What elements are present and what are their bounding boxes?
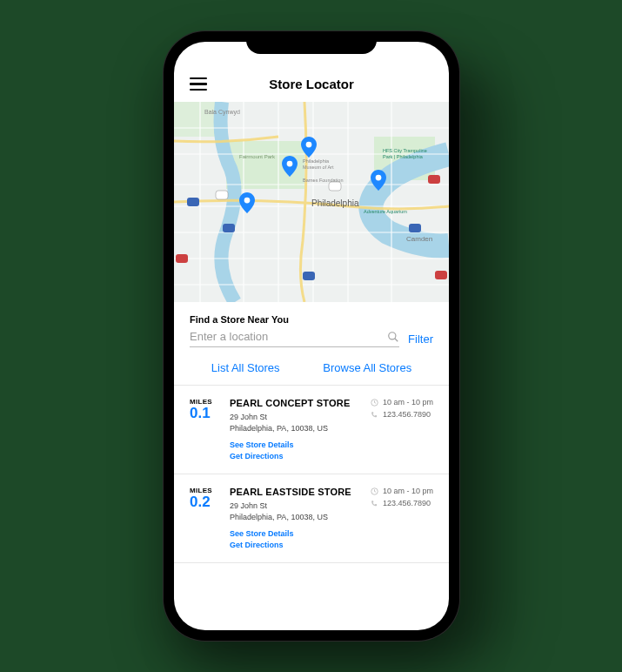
phone-icon [371,411,378,419]
svg-point-29 [376,175,382,181]
phone-frame: Store Locator [164,31,459,641]
svg-line-31 [395,338,398,341]
distance-column: MILES 0.2 [190,487,217,552]
svg-point-26 [306,142,312,148]
map-city-label: Philadelphia [311,198,359,208]
store-address-line1: 29 John St [230,501,358,512]
map-label: Museum of Art [303,165,334,170]
phone-icon [371,500,378,507]
browse-all-stores-link[interactable]: Browse All Stores [323,361,411,374]
svg-rect-24 [216,191,228,199]
store-address-line1: 29 John St [230,412,358,423]
clock-icon [371,399,378,407]
map-label: HFS City Trampoline [383,148,427,153]
svg-rect-23 [435,271,447,279]
distance-value: 0.2 [190,494,217,509]
map-pin-icon[interactable] [371,170,386,191]
map-pin-icon[interactable] [282,156,298,177]
page-title: Store Locator [190,77,433,91]
map[interactable]: Bala Cynwyd Fairmount Park Philadelphia … [174,102,449,302]
map-label: Adventure Aquarium [364,209,407,214]
distance-column: MILES 0.1 [190,398,217,463]
svg-point-27 [287,161,293,167]
search-input[interactable] [190,330,387,343]
svg-rect-19 [409,224,421,232]
store-hours: 10 am - 10 pm [383,398,433,407]
list-all-stores-link[interactable]: List All Stores [211,361,280,374]
map-label: Park | Philadelphia [383,154,424,159]
svg-rect-3 [174,102,217,137]
svg-rect-17 [187,198,199,206]
see-store-details-link[interactable]: See Store Details [230,440,358,449]
svg-rect-22 [428,175,440,184]
clock-icon [371,487,378,495]
svg-rect-20 [303,272,315,280]
store-phone: 123.456.7890 [383,499,431,507]
store-address-line2: Philadelphia, PA, 10038, US [230,512,358,523]
svg-rect-18 [223,224,235,232]
map-pin-icon[interactable] [239,192,255,213]
map-camden-label: Camden [406,235,432,243]
get-directions-link[interactable]: Get Directions [230,452,358,460]
search-section: Find a Store Near You Filter List All St… [174,302,449,386]
svg-point-30 [389,332,396,339]
filter-link[interactable]: Filter [408,333,433,346]
search-box [190,330,399,347]
store-name: PEARL EASTSIDE STORE [230,487,358,497]
store-name: PEARL CONCEPT STORE [230,398,358,408]
store-list[interactable]: MILES 0.1 PEARL CONCEPT STORE 29 John St… [174,386,449,630]
screen: Store Locator [174,42,449,630]
svg-rect-25 [329,182,341,191]
map-label: Philadelphia [303,158,330,164]
svg-point-28 [244,198,251,204]
store-address-line2: Philadelphia, PA, 10038, US [230,423,358,434]
find-store-label: Find a Store Near You [190,314,433,325]
store-item: MILES 0.1 PEARL CONCEPT STORE 29 John St… [174,386,449,474]
map-pin-icon[interactable] [301,137,317,158]
store-hours: 10 am - 10 pm [383,487,433,495]
svg-rect-21 [176,254,188,263]
map-label: Fairmount Park [239,154,276,159]
map-label: Barnes Foundation [303,178,343,183]
map-label: Bala Cynwyd [204,109,240,116]
search-icon[interactable] [387,331,399,343]
see-store-details-link[interactable]: See Store Details [230,529,358,538]
distance-value: 0.1 [190,406,217,420]
store-item: MILES 0.2 PEARL EASTSIDE STORE 29 John S… [174,474,449,563]
store-phone: 123.456.7890 [383,410,431,419]
get-directions-link[interactable]: Get Directions [230,541,358,549]
